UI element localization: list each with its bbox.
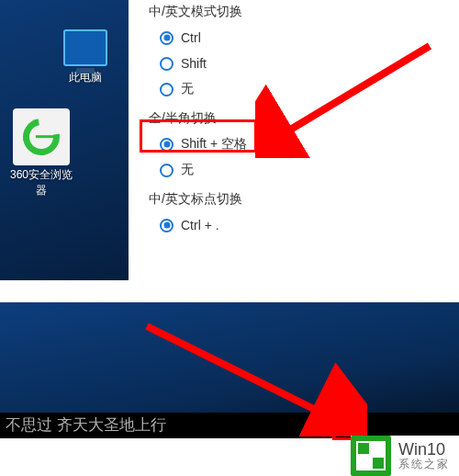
windows-logo-icon <box>351 436 391 476</box>
radio-option-shift-space[interactable]: Shift + 空格 <box>160 134 452 154</box>
radio-option-shift[interactable]: Shift <box>160 53 452 74</box>
radio-option-none-2[interactable]: 无 <box>160 160 452 180</box>
subtitle-overlay: 不思过 齐天大圣地上行 <box>0 413 459 438</box>
radio-option-ctrl-dot[interactable]: Ctrl + . <box>160 215 452 235</box>
radio-label: Shift <box>181 56 207 71</box>
radio-icon <box>160 31 174 45</box>
watermark-subtitle: 系统之家 <box>398 459 450 470</box>
radio-icon <box>160 83 174 96</box>
radio-icon <box>160 164 174 177</box>
radio-label: Ctrl <box>181 30 201 45</box>
subtitle-text: 不思过 齐天大圣地上行 <box>6 416 166 434</box>
radio-option-none[interactable]: 无 <box>160 79 452 99</box>
radio-label: 无 <box>181 162 194 178</box>
radio-label: Ctrl + . <box>181 218 219 232</box>
desktop-icon-360-browser[interactable]: 360安全浏览器 <box>7 108 75 198</box>
radio-icon <box>160 57 174 71</box>
site-watermark: Win10 系统之家 <box>351 436 459 476</box>
radio-icon <box>160 138 174 152</box>
ime-settings-panel: 中/英文模式切换 Ctrl Shift 无 全/半角切换 Shift + 空格 … <box>129 0 459 280</box>
desktop-icon-this-pc[interactable]: 此电脑 <box>53 29 118 85</box>
radio-label: Shift + 空格 <box>181 136 247 153</box>
monitor-icon <box>63 29 107 66</box>
desktop-background-lower <box>0 302 459 413</box>
browser-tile <box>13 108 70 165</box>
group-title-cn-en-mode: 中/英文模式切换 <box>149 4 452 20</box>
desktop-icon-label: 360安全浏览器 <box>7 167 75 198</box>
desktop-background: 此电脑 360安全浏览器 <box>0 0 129 280</box>
e-logo-icon <box>16 111 67 163</box>
radio-icon <box>160 219 174 232</box>
radio-label: 无 <box>181 81 194 97</box>
group-title-punct: 中/英文标点切换 <box>149 191 452 208</box>
radio-option-ctrl[interactable]: Ctrl <box>160 28 452 48</box>
watermark-title: Win10 <box>398 441 450 459</box>
group-title-full-half: 全/半角切换 <box>149 110 452 127</box>
